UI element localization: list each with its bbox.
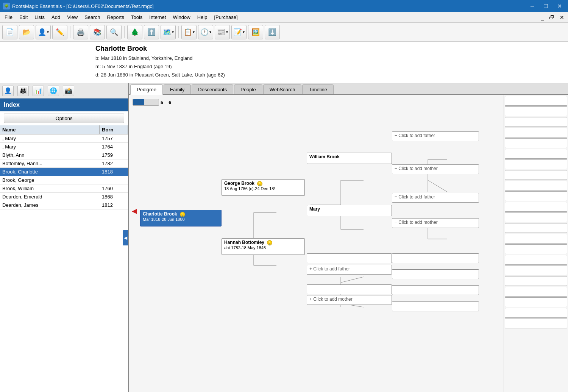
person-box-mary[interactable]: Mary bbox=[307, 205, 392, 216]
add-george-father[interactable]: + Click to add father bbox=[392, 193, 479, 203]
note-button[interactable]: 📝▾ bbox=[231, 25, 247, 39]
person-box-william[interactable]: William Brook bbox=[307, 153, 392, 164]
index-row[interactable]: Brook, Charlotte 1818 bbox=[0, 168, 128, 176]
right-panel-box[interactable] bbox=[505, 265, 567, 275]
menu-file[interactable]: File bbox=[2, 13, 16, 21]
menu-window[interactable]: Window bbox=[170, 13, 193, 21]
right-panel-box[interactable] bbox=[505, 223, 567, 233]
window-maximize-button[interactable]: 🗗 bbox=[547, 14, 557, 21]
index-row[interactable]: , Mary 1764 bbox=[0, 143, 128, 151]
person-married: m: 5 Nov 1837 in England (age 19) bbox=[95, 62, 563, 71]
tab-people[interactable]: People bbox=[234, 84, 262, 94]
tab-timeline[interactable]: Timeline bbox=[302, 84, 334, 94]
add-mary-mother[interactable]: + Click to add mother bbox=[392, 218, 479, 228]
tab-pedigree[interactable]: Pedigree bbox=[130, 84, 163, 95]
books-button[interactable]: 📚 bbox=[90, 25, 105, 39]
edit-button[interactable]: ✏️ bbox=[52, 25, 67, 39]
media-button[interactable]: 🖼️ bbox=[248, 25, 263, 39]
menu-search[interactable]: Search bbox=[81, 13, 103, 21]
window-restore-button[interactable]: _ bbox=[538, 14, 546, 21]
add-hannah-father[interactable]: + Click to add father bbox=[307, 265, 392, 275]
sidebar: 👤 👨‍👩‍👧 📊 🌐 📸 Index Options Name Born , … bbox=[0, 83, 129, 392]
tree-button[interactable]: 🌲 bbox=[127, 25, 142, 39]
index-row[interactable]: Dearden, James 1812 bbox=[0, 201, 128, 209]
clock-button[interactable]: 🕐▾ bbox=[198, 25, 213, 39]
index-row[interactable]: Bottomley, Hann... 1782 bbox=[0, 159, 128, 168]
nav-slider[interactable] bbox=[133, 99, 159, 106]
menu-tools[interactable]: Tools bbox=[128, 13, 145, 21]
expand-button[interactable]: ⬇️ bbox=[265, 25, 280, 39]
red-arrow-indicator[interactable]: ◀ bbox=[132, 207, 137, 215]
right-panel-box[interactable] bbox=[505, 96, 567, 106]
family-view-button[interactable]: 👨‍👩‍👧 bbox=[17, 86, 29, 96]
person-box-hannah[interactable]: Hannah Bottomley 💡 abt 1782-18 May 1845 bbox=[222, 238, 305, 255]
add-william-father[interactable]: + Click to add father bbox=[392, 131, 479, 141]
new-button[interactable]: 📄 bbox=[2, 25, 17, 39]
person-view-button[interactable]: 👤 bbox=[2, 86, 14, 96]
open-button[interactable]: 📂 bbox=[19, 25, 34, 39]
right-panel-box[interactable] bbox=[505, 106, 567, 116]
right-panel-box[interactable] bbox=[505, 191, 567, 201]
right-panel-box[interactable] bbox=[505, 212, 567, 222]
person-button[interactable]: 👤▾ bbox=[36, 25, 51, 39]
menu-view[interactable]: View bbox=[64, 13, 81, 21]
add-william-mother[interactable]: + Click to add mother bbox=[392, 164, 479, 174]
index-row[interactable]: , Mary 1757 bbox=[0, 134, 128, 143]
print-button[interactable]: 🖨️ bbox=[73, 25, 88, 39]
tab-websearch[interactable]: WebSearch bbox=[263, 84, 302, 94]
person-box-charlotte[interactable]: Charlotte Brook 💡 Mar 1818-28 Jun 1880 bbox=[140, 210, 222, 226]
right-panel-box[interactable] bbox=[505, 159, 567, 169]
menu-lists[interactable]: Lists bbox=[31, 13, 48, 21]
document-button[interactable]: 📰▾ bbox=[215, 25, 230, 39]
menu-reports[interactable]: Reports bbox=[104, 13, 127, 21]
index-row[interactable]: Dearden, Emerald 1868 bbox=[0, 193, 128, 201]
right-panel-box[interactable] bbox=[505, 287, 567, 297]
right-panel-box[interactable] bbox=[505, 244, 567, 254]
minimize-button[interactable]: ─ bbox=[527, 2, 537, 10]
add-hannah-mother[interactable]: + Click to add mother bbox=[307, 295, 392, 305]
nav-strip: 5 6 bbox=[133, 99, 500, 106]
empty-box-2[interactable] bbox=[307, 284, 392, 294]
sidebar-collapse-arrow[interactable]: ◀ bbox=[123, 230, 128, 245]
right-panel-box[interactable] bbox=[505, 308, 567, 318]
empty-box-1[interactable] bbox=[307, 253, 392, 263]
close-button[interactable]: ✕ bbox=[554, 2, 565, 10]
certificate-button[interactable]: 📋▾ bbox=[181, 25, 197, 39]
search-button[interactable]: 🔍 bbox=[106, 25, 122, 39]
web-view-button[interactable]: 🌐 bbox=[48, 86, 59, 96]
index-row[interactable]: Brook, George bbox=[0, 176, 128, 184]
menu-internet[interactable]: Internet bbox=[146, 13, 169, 21]
menu-help[interactable]: Help bbox=[194, 13, 211, 21]
george-name: George Brook bbox=[224, 181, 254, 186]
right-panel-box[interactable] bbox=[505, 117, 567, 127]
menu-edit[interactable]: Edit bbox=[16, 13, 31, 21]
right-panel-box[interactable] bbox=[505, 149, 567, 159]
tab-descendants[interactable]: Descendants bbox=[192, 84, 233, 94]
pedigree-canvas: 5 6 bbox=[129, 95, 504, 392]
right-panel-box[interactable] bbox=[505, 319, 567, 328]
chart-view-button[interactable]: 📊 bbox=[33, 86, 44, 96]
index-row-born: 1812 bbox=[100, 201, 128, 209]
right-panel-box[interactable] bbox=[505, 138, 567, 148]
upload-button[interactable]: ⬆️ bbox=[144, 25, 159, 39]
map-button[interactable]: 🗺️▾ bbox=[161, 25, 176, 39]
right-panel-box[interactable] bbox=[505, 276, 567, 286]
right-panel-box[interactable] bbox=[505, 181, 567, 191]
options-button[interactable]: Options bbox=[4, 114, 124, 123]
right-panel-box[interactable] bbox=[505, 234, 567, 244]
right-panel-box[interactable] bbox=[505, 255, 567, 265]
index-row[interactable]: Brook, William 1760 bbox=[0, 184, 128, 193]
person-box-george[interactable]: George Brook 💡 18 Aug 1786 (c)-24 Dec 18… bbox=[222, 179, 305, 196]
right-panel-box[interactable] bbox=[505, 128, 567, 137]
window-close-button[interactable]: ✕ bbox=[557, 14, 566, 21]
right-panel-box[interactable] bbox=[505, 170, 567, 180]
right-panel-box[interactable] bbox=[505, 297, 567, 307]
right-panel-box[interactable] bbox=[505, 202, 567, 212]
menu-add[interactable]: Add bbox=[48, 13, 63, 21]
menu-purchase[interactable]: [Purchase] bbox=[211, 13, 240, 21]
tab-family[interactable]: Family bbox=[164, 84, 191, 94]
index-row[interactable]: Blyth, Ann 1759 bbox=[0, 151, 128, 159]
sidebar-title: Index bbox=[0, 98, 128, 111]
maximize-button[interactable]: ☐ bbox=[540, 2, 551, 10]
album-view-button[interactable]: 📸 bbox=[63, 86, 74, 96]
